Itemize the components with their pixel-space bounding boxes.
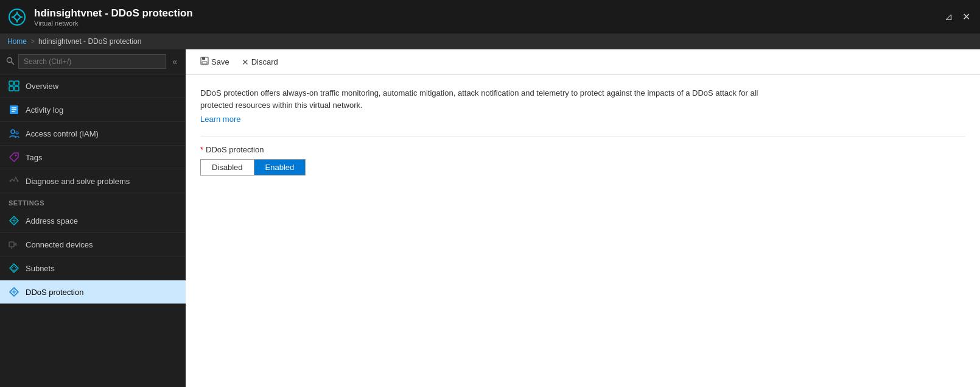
save-icon bbox=[200, 57, 209, 67]
breadcrumb-home[interactable]: Home bbox=[7, 37, 27, 46]
sidebar-item-subnets[interactable]: Subnets bbox=[0, 257, 186, 280]
svg-point-19 bbox=[15, 155, 17, 157]
sidebar-item-overview[interactable]: Overview bbox=[0, 74, 186, 98]
overview-icon bbox=[9, 80, 19, 91]
sidebar-item-address-space-label: Address space bbox=[26, 216, 78, 225]
main-layout: « Overview bbox=[0, 49, 980, 387]
sidebar-items-list: Overview Activity log bbox=[0, 74, 186, 387]
content-toolbar: Save ✕ Discard bbox=[186, 49, 980, 75]
sidebar-item-iam-label: Access control (IAM) bbox=[26, 129, 99, 138]
breadcrumb-current: hdinsightvnet - DDoS protection bbox=[38, 37, 141, 46]
settings-section-header: SETTINGS bbox=[0, 193, 186, 209]
svg-point-17 bbox=[16, 132, 18, 134]
sidebar-item-ddos-protection-label: DDoS protection bbox=[26, 288, 83, 297]
toggle-enabled-option[interactable]: Enabled bbox=[254, 160, 306, 175]
top-bar-titles: hdinsightvnet - DDoS protection Virtual … bbox=[34, 7, 942, 27]
ddos-icon bbox=[9, 286, 19, 297]
sidebar-item-tags[interactable]: Tags bbox=[0, 146, 186, 169]
tags-icon bbox=[9, 152, 19, 163]
svg-point-16 bbox=[11, 130, 15, 133]
top-bar-actions: ⊿ ✕ bbox=[942, 9, 973, 25]
description-text: DDoS protection offers always-on traffic… bbox=[200, 87, 779, 111]
ddos-field-label: * DDoS protection bbox=[200, 145, 965, 154]
sidebar-item-ddos-protection[interactable]: DDoS protection bbox=[0, 280, 186, 304]
page-title: hdinsightvnet - DDoS protection bbox=[34, 7, 942, 20]
diagnose-icon bbox=[9, 176, 19, 186]
search-icon bbox=[6, 57, 15, 67]
sidebar-item-tags-label: Tags bbox=[26, 153, 42, 162]
svg-rect-9 bbox=[15, 81, 19, 85]
search-input[interactable] bbox=[18, 54, 166, 69]
svg-marker-1 bbox=[13, 13, 21, 21]
discard-label: Discard bbox=[251, 57, 278, 66]
save-label: Save bbox=[211, 57, 229, 66]
pin-button[interactable]: ⊿ bbox=[942, 9, 955, 25]
svg-point-6 bbox=[7, 57, 12, 62]
iam-icon bbox=[9, 128, 19, 139]
toggle-disabled-option[interactable]: Disabled bbox=[201, 160, 254, 175]
sidebar-item-connected-devices-label: Connected devices bbox=[26, 240, 93, 249]
sidebar-search-container: « bbox=[0, 49, 186, 74]
svg-rect-34 bbox=[202, 62, 207, 64]
svg-rect-33 bbox=[202, 57, 205, 60]
sidebar: « Overview bbox=[0, 49, 186, 387]
save-button[interactable]: Save bbox=[195, 54, 234, 69]
page-subtitle: Virtual network bbox=[34, 20, 942, 27]
svg-marker-28 bbox=[12, 266, 16, 271]
sidebar-item-activity-log[interactable]: Activity log bbox=[0, 98, 186, 122]
activitylog-icon bbox=[9, 104, 19, 115]
ddos-label-text: DDoS protection bbox=[206, 145, 264, 154]
sidebar-item-activity-log-label: Activity log bbox=[26, 105, 63, 115]
toggle-group: Disabled Enabled bbox=[200, 159, 306, 176]
subnets-icon bbox=[9, 263, 19, 274]
sidebar-item-address-space[interactable]: Address space bbox=[0, 209, 186, 233]
svg-marker-18 bbox=[10, 153, 18, 162]
discard-button[interactable]: ✕ Discard bbox=[237, 55, 283, 69]
address-icon bbox=[9, 215, 19, 226]
svg-rect-8 bbox=[9, 81, 13, 85]
sidebar-item-diagnose-label: Diagnose and solve problems bbox=[26, 177, 130, 186]
sidebar-item-subnets-label: Subnets bbox=[26, 264, 55, 273]
section-divider bbox=[200, 136, 965, 137]
breadcrumb: Home > hdinsightvnet - DDoS protection bbox=[0, 34, 980, 49]
collapse-sidebar-button[interactable]: « bbox=[170, 55, 180, 68]
sidebar-item-iam[interactable]: Access control (IAM) bbox=[0, 122, 186, 146]
top-bar: hdinsightvnet - DDoS protection Virtual … bbox=[0, 0, 980, 34]
svg-line-7 bbox=[12, 62, 15, 65]
sidebar-item-diagnose[interactable]: Diagnose and solve problems bbox=[0, 169, 186, 193]
required-star: * bbox=[200, 145, 203, 154]
svg-rect-10 bbox=[9, 87, 13, 91]
content-panel: Save ✕ Discard DDoS protection offers al… bbox=[186, 49, 980, 387]
app-icon bbox=[7, 7, 27, 27]
content-body: DDoS protection offers always-on traffic… bbox=[186, 75, 980, 387]
svg-point-26 bbox=[11, 247, 12, 249]
svg-marker-27 bbox=[10, 264, 18, 272]
breadcrumb-separator: > bbox=[30, 37, 35, 46]
devices-icon bbox=[9, 239, 19, 250]
svg-point-20 bbox=[10, 180, 12, 182]
close-button[interactable]: ✕ bbox=[960, 9, 973, 25]
svg-rect-25 bbox=[9, 242, 14, 247]
svg-rect-11 bbox=[15, 87, 19, 91]
sidebar-item-connected-devices[interactable]: Connected devices bbox=[0, 233, 186, 257]
learn-more-link[interactable]: Learn more bbox=[200, 115, 240, 124]
discard-icon: ✕ bbox=[242, 57, 249, 67]
svg-point-0 bbox=[9, 9, 25, 25]
svg-point-21 bbox=[17, 180, 19, 182]
sidebar-item-overview-label: Overview bbox=[26, 82, 58, 91]
